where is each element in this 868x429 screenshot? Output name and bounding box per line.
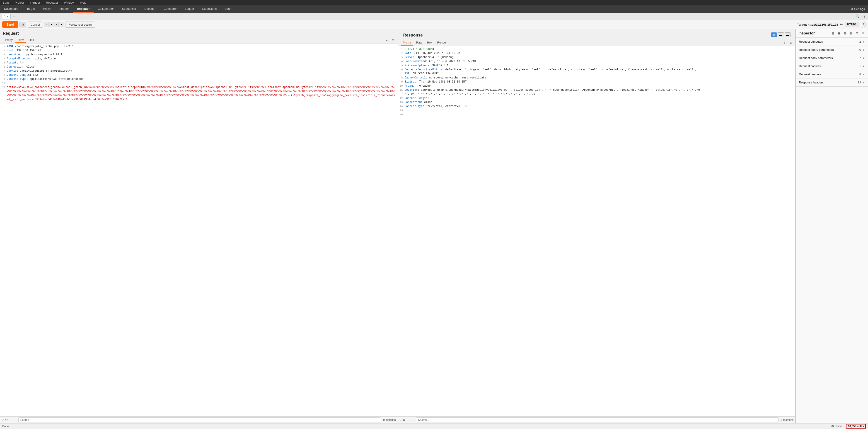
code-line: 15	[398, 108, 796, 112]
line-content: Content-Type: text/html; charset=UTF-8	[405, 104, 796, 108]
target-edit-icon[interactable]: ✏	[840, 23, 843, 27]
inspector-filter-icon[interactable]: ⇊	[849, 31, 853, 36]
inspector-close-icon[interactable]: ✕	[861, 31, 865, 36]
tab-intruder[interactable]: Intruder	[55, 5, 73, 13]
line-content: Last-Modified: Fri, 16 Jun 2023 13:31:55…	[405, 59, 796, 63]
line-number: 11	[0, 85, 7, 102]
request-code-area[interactable]: 1POST /cacti/aggregate_graphs.php HTTP/1…	[0, 44, 398, 416]
tab-search-icon[interactable]: 🔍	[854, 14, 862, 19]
code-part-normal: : text/html; charset=UTF-8	[424, 105, 466, 108]
code-line: 10	[0, 81, 398, 85]
tab-dashboard[interactable]: Dashboard	[0, 5, 23, 13]
inspector-section-0: Request attributes2∨	[796, 38, 868, 46]
tab-proxy[interactable]: Proxy	[39, 5, 55, 13]
send-button[interactable]: Send	[2, 21, 18, 28]
send-settings-icon[interactable]: ⚙	[20, 22, 26, 27]
chevron-down-icon: ∨	[863, 48, 865, 52]
inspector-row-0[interactable]: Request attributes2∨	[796, 38, 868, 46]
inspector-row-2[interactable]: Request body parameters7∨	[796, 54, 868, 62]
menu-project[interactable]: Project	[14, 0, 25, 5]
menu-help[interactable]: Help	[79, 0, 87, 5]
tab-logger[interactable]: Logger	[181, 5, 198, 13]
request-search-next-icon[interactable]: →	[14, 418, 17, 422]
tab-decoder[interactable]: Decoder	[140, 5, 159, 13]
response-help-icon[interactable]: ?	[400, 418, 402, 422]
view-bottom-button[interactable]: ▬	[785, 32, 791, 37]
request-tab-actions: ↵ ≡	[385, 38, 395, 42]
code-part-normal: : */*	[17, 61, 25, 64]
request-search-settings-icon[interactable]: ⚙	[5, 418, 8, 422]
view-top-button[interactable]: ▬	[778, 32, 784, 37]
request-search-input[interactable]	[18, 418, 381, 423]
code-part-normal: : no-cache	[414, 84, 431, 88]
response-search-next-icon[interactable]: →	[411, 418, 415, 422]
add-tab-button[interactable]: +	[11, 14, 16, 18]
request-search-prev-icon[interactable]: ←	[9, 418, 12, 422]
request-menu-icon[interactable]: ≡	[391, 38, 395, 42]
line-content: Connection: close	[405, 100, 796, 104]
tab-collaborator[interactable]: Collaborator	[94, 5, 118, 13]
nav-tabs: Dashboard Target Proxy Intruder Repeater…	[0, 5, 868, 13]
nav-next-dropdown[interactable]: ▾	[59, 22, 64, 27]
code-line: 13Connection: close	[398, 100, 796, 104]
menu-burp[interactable]: Burp	[2, 0, 10, 5]
inspector-row-5[interactable]: Response headers13∨	[796, 79, 868, 86]
request-wrap-icon[interactable]: ↵	[385, 38, 390, 42]
response-tab-hex[interactable]: Hex	[425, 40, 434, 46]
request-tab-raw[interactable]: Raw	[16, 37, 26, 43]
request-tab-pretty[interactable]: Pretty	[3, 37, 15, 43]
inspector-row-4[interactable]: Request headers8∨	[796, 70, 868, 78]
follow-redirection-button[interactable]: Follow redirection	[65, 22, 95, 28]
line-content: Accept: */*	[7, 61, 398, 65]
help-button[interactable]: ?	[861, 22, 866, 27]
menu-repeater[interactable]: Repeater	[45, 0, 59, 5]
line-content	[405, 108, 796, 112]
settings-button[interactable]: ⚙ Settings	[847, 5, 868, 12]
tab-target[interactable]: Target	[23, 5, 39, 13]
nav-next-button[interactable]: ›	[54, 22, 59, 27]
menu-intruder[interactable]: Intruder	[29, 0, 41, 5]
repeater-tab-1[interactable]: 1 ×	[2, 14, 11, 19]
tab-sequencer[interactable]: Sequencer	[118, 5, 140, 13]
line-number: 14	[398, 104, 405, 108]
response-wrap-icon[interactable]: ↵	[783, 40, 787, 45]
response-search-prev-icon[interactable]: ←	[407, 418, 410, 422]
nav-prev-button[interactable]: ‹	[44, 22, 49, 27]
tab-bar: 1 × + 🔍 ⋮	[0, 13, 868, 20]
inspector-row-3[interactable]: Request cookies1∨	[796, 62, 868, 70]
request-tab-hex[interactable]: Hex	[27, 37, 36, 43]
tab-repeater[interactable]: Repeater	[73, 5, 94, 13]
http-version-select[interactable]: HTTP/1	[845, 22, 859, 27]
response-tab-raw[interactable]: Raw	[414, 40, 424, 46]
tab-comparer[interactable]: Comparer	[159, 5, 181, 13]
inspector-layout2-icon[interactable]: ▣	[837, 31, 841, 36]
response-tab-render[interactable]: Render	[435, 40, 449, 46]
response-tab-pretty[interactable]: Pretty	[401, 40, 413, 46]
inspector-sort-icon[interactable]: ⇅	[843, 31, 847, 36]
code-part-normal: : default-src *; img-src 'self' data: bl…	[442, 68, 696, 71]
inspector-layout1-icon[interactable]: ▦	[831, 31, 835, 36]
tab-menu-icon[interactable]: ⋮	[863, 14, 866, 19]
tab-learn[interactable]: Learn	[221, 5, 236, 13]
response-code-area[interactable]: 1HTTP/1.1 302 Found2Date: Fri, 16 Jun 20…	[398, 46, 796, 416]
cancel-button[interactable]: Cancel	[28, 22, 42, 28]
request-help-icon[interactable]: ?	[2, 418, 4, 422]
response-menu-icon[interactable]: ≡	[789, 40, 793, 45]
response-search-settings-icon[interactable]: ⚙	[403, 418, 406, 422]
line-number: 6	[398, 67, 405, 72]
menu-window[interactable]: Window	[63, 0, 75, 5]
nav-prev-dropdown[interactable]: ▾	[49, 22, 54, 27]
inspector-section-label: Request attributes	[799, 40, 859, 43]
inspector-row-1[interactable]: Request query parameters0∨	[796, 46, 868, 54]
inspector-section-3: Request cookies1∨	[796, 62, 868, 70]
code-part-header-name: User-Agent	[7, 53, 23, 56]
code-part-header-name: Content-Length	[7, 74, 30, 77]
inspector-settings-icon[interactable]: ⚙	[855, 31, 859, 36]
code-part-normal: : 842	[30, 74, 38, 77]
view-split-button[interactable]: ▦	[771, 32, 777, 37]
response-search-input[interactable]	[416, 418, 778, 423]
target-label: Target: http://192.168.159.128	[797, 23, 838, 26]
code-line: 6Connection: close	[0, 65, 398, 69]
code-line: 5X-Frame-Options: SAMEORIGIN	[398, 63, 796, 67]
tab-extensions[interactable]: Extensions	[198, 5, 221, 13]
